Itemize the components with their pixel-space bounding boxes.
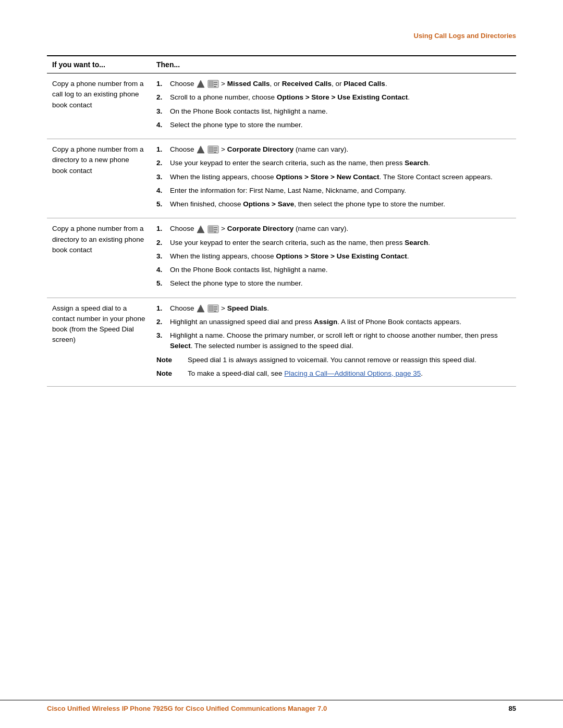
svg-rect-5 bbox=[214, 86, 216, 87]
list-item: 4. On the Phone Book contacts list, high… bbox=[156, 265, 511, 275]
row2-then: 1. Choose bbox=[151, 139, 516, 218]
note-row-1: Note Speed dial 1 is always assigned to … bbox=[156, 355, 511, 365]
footer-page-number: 85 bbox=[509, 705, 516, 712]
list-item: 1. Choose bbox=[156, 79, 511, 89]
svg-rect-14 bbox=[209, 227, 213, 232]
list-item: 1. Choose bbox=[156, 303, 511, 314]
svg-rect-23 bbox=[214, 311, 216, 312]
row2-if-text: Copy a phone number from a directory to … bbox=[47, 139, 151, 218]
row1-if-text: Copy a phone number from a call log to a… bbox=[47, 73, 151, 139]
row3-if-text: Copy a phone number from a directory to … bbox=[47, 218, 151, 298]
list-item: 2. Use your keypad to enter the search c… bbox=[156, 238, 511, 248]
note-text: To make a speed-dial call, see Placing a… bbox=[188, 368, 511, 379]
phone-icon-group bbox=[196, 145, 219, 154]
footer-section: Cisco Unified Wireless IP Phone 7925G fo… bbox=[0, 700, 563, 712]
list-item: 5. When finished, choose Options > Save,… bbox=[156, 199, 511, 209]
svg-rect-8 bbox=[209, 147, 213, 152]
list-item: 3. When the listing appears, choose Opti… bbox=[156, 172, 511, 182]
row4-then: 1. Choose bbox=[151, 298, 516, 387]
svg-marker-18 bbox=[197, 305, 204, 312]
svg-rect-4 bbox=[214, 84, 217, 85]
svg-rect-17 bbox=[214, 231, 216, 232]
svg-rect-20 bbox=[209, 306, 213, 311]
svg-rect-15 bbox=[214, 227, 217, 228]
list-item: 5. Select the phone type to store the nu… bbox=[156, 278, 511, 289]
list-item: 1. Choose bbox=[156, 144, 511, 155]
svg-rect-16 bbox=[214, 229, 217, 230]
note-label: Note bbox=[156, 355, 188, 365]
svg-rect-22 bbox=[214, 309, 217, 310]
menu-icon bbox=[196, 79, 205, 89]
menu-icon bbox=[196, 145, 205, 154]
directory-icon bbox=[207, 79, 219, 89]
note-label: Note bbox=[156, 368, 188, 379]
list-item: 3. When the listing appears, choose Opti… bbox=[156, 251, 511, 262]
list-item: 3. Highlight a name. Choose the primary … bbox=[156, 330, 511, 352]
table-row: Copy a phone number from a call log to a… bbox=[47, 73, 516, 139]
header-section: Using Call Logs and Directories bbox=[0, 0, 563, 50]
list-item: 2. Highlight an unassigned speed dial an… bbox=[156, 317, 511, 327]
table-row: Copy a phone number from a directory to … bbox=[47, 139, 516, 218]
col-header-then: Then... bbox=[151, 56, 516, 73]
svg-rect-3 bbox=[214, 82, 217, 83]
list-item: 4. Enter the information for: First Name… bbox=[156, 186, 511, 196]
svg-rect-21 bbox=[214, 306, 217, 307]
phone-icon-group bbox=[196, 225, 219, 234]
phone-icon-group bbox=[196, 79, 219, 89]
row1-then: 1. Choose bbox=[151, 73, 516, 139]
list-item: 1. Choose bbox=[156, 224, 511, 234]
row3-then: 1. Choose bbox=[151, 218, 516, 298]
svg-rect-2 bbox=[209, 81, 213, 87]
link-placing-call[interactable]: Placing a Call—Additional Options, page … bbox=[284, 369, 421, 377]
svg-rect-9 bbox=[214, 147, 217, 149]
main-table: If you want to... Then... Copy a phone n… bbox=[47, 55, 516, 387]
phone-icon-group bbox=[196, 304, 219, 313]
svg-rect-11 bbox=[214, 152, 216, 153]
header-title: Using Call Logs and Directories bbox=[414, 32, 517, 40]
menu-icon bbox=[196, 225, 205, 234]
list-item: 3. On the Phone Book contacts list, high… bbox=[156, 106, 511, 117]
table-row: Assign a speed dial to a contact number … bbox=[47, 298, 516, 387]
svg-marker-6 bbox=[197, 146, 204, 153]
svg-rect-10 bbox=[214, 150, 217, 151]
main-content: If you want to... Then... Copy a phone n… bbox=[0, 50, 563, 408]
note-row-2: Note To make a speed-dial call, see Plac… bbox=[156, 368, 511, 379]
menu-icon bbox=[196, 304, 205, 313]
directory-icon bbox=[207, 225, 219, 234]
note-text: Speed dial 1 is always assigned to voice… bbox=[188, 355, 511, 365]
svg-marker-0 bbox=[197, 80, 204, 88]
list-item: 2. Scroll to a phone number, choose Opti… bbox=[156, 92, 511, 103]
page-container: Using Call Logs and Directories If you w… bbox=[0, 0, 563, 728]
directory-icon bbox=[207, 304, 219, 313]
directory-icon bbox=[207, 145, 219, 154]
list-item: 2. Use your keypad to enter the search c… bbox=[156, 158, 511, 168]
footer-left-text: Cisco Unified Wireless IP Phone 7925G fo… bbox=[47, 705, 327, 712]
list-item: 4. Select the phone type to store the nu… bbox=[156, 120, 511, 130]
svg-marker-12 bbox=[197, 226, 204, 233]
row4-if-text: Assign a speed dial to a contact number … bbox=[47, 298, 151, 387]
col-header-if: If you want to... bbox=[47, 56, 151, 73]
table-row: Copy a phone number from a directory to … bbox=[47, 218, 516, 298]
